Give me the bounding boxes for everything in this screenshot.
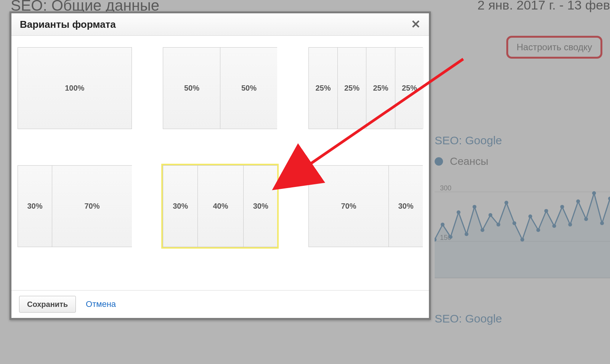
- layout-col: 50%: [220, 48, 277, 129]
- layout-option-3[interactable]: 30%70%: [18, 165, 132, 247]
- close-icon[interactable]: ✕: [411, 19, 421, 30]
- layout-option-0[interactable]: 100%: [18, 47, 132, 129]
- layout-col: 70%: [309, 166, 389, 247]
- layout-option-1[interactable]: 50%50%: [163, 47, 277, 129]
- layout-col: 25%: [338, 48, 367, 129]
- layout-col: 40%: [198, 166, 244, 247]
- layout-col: 100%: [18, 48, 132, 129]
- save-button[interactable]: Сохранить: [19, 296, 76, 313]
- layout-option-4[interactable]: 30%40%30%: [163, 165, 277, 247]
- layout-col: 30%: [389, 166, 423, 247]
- layout-col: 30%: [244, 166, 278, 247]
- modal-footer: Сохранить Отмена: [11, 290, 429, 318]
- layout-col: 25%: [309, 48, 338, 129]
- layout-options-modal: Варианты формата ✕ 100%50%50%25%25%25%25…: [10, 11, 431, 320]
- layout-option-5[interactable]: 70%30%: [308, 165, 423, 247]
- layout-col: 30%: [18, 166, 52, 247]
- layout-option-2[interactable]: 25%25%25%25%: [308, 47, 423, 129]
- cancel-link[interactable]: Отмена: [86, 299, 116, 309]
- layout-grid: 100%50%50%25%25%25%25%30%70%30%40%30%70%…: [15, 47, 425, 253]
- modal-title: Варианты формата: [20, 19, 116, 30]
- layout-col: 25%: [395, 48, 424, 129]
- layout-col: 30%: [163, 166, 197, 247]
- layout-col: 50%: [163, 48, 220, 129]
- modal-header: Варианты формата ✕: [11, 13, 429, 36]
- modal-body: 100%50%50%25%25%25%25%30%70%30%40%30%70%…: [11, 36, 429, 290]
- layout-col: 70%: [52, 166, 132, 247]
- layout-col: 25%: [366, 48, 395, 129]
